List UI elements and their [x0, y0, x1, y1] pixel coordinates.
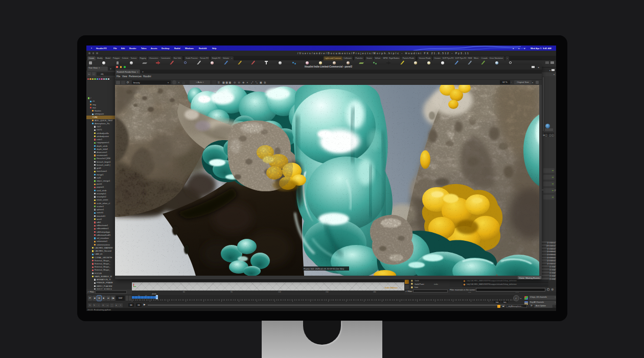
svg-text:Frame 102: 2026-02-06 20:03:50: Frame 102: 2026-02-06 20:03:50 (1m 54s) — [304, 267, 344, 270]
